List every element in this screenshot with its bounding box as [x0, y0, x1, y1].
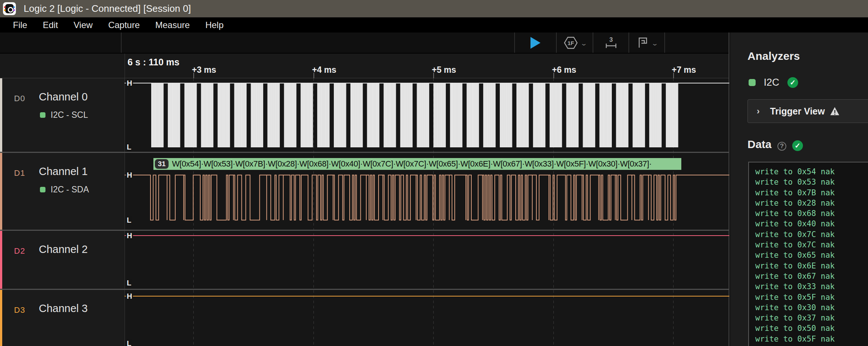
- flag-icon: [636, 36, 650, 49]
- data-terminal-row: write to 0x40 nak: [749, 219, 868, 229]
- window-title: Logic 2 [Logic - Connected] [Session 0]: [24, 3, 191, 14]
- menu-item-file[interactable]: File: [5, 17, 35, 32]
- timeline-tick-label: +3 ms: [192, 65, 216, 75]
- analyzer-dot-icon: [40, 187, 45, 192]
- timeline-tick-label: +7 ms: [672, 65, 696, 75]
- svg-text:3: 3: [609, 36, 613, 43]
- toolbar-separator: [664, 32, 665, 53]
- low-marker: L: [126, 216, 132, 224]
- high-marker: H: [126, 79, 133, 87]
- analyzer-item-i2c[interactable]: I2C ✓: [749, 77, 798, 88]
- right-sidebar: Analyzers I2C ✓ › Trigger View Data ? ✓ …: [729, 32, 868, 346]
- decode-bytes-text: W[0x54]·W[0x53]·W[0x7B]·W[0x28]·W[0x68]·…: [172, 159, 652, 169]
- data-terminal-row: write to 0x68 nak: [749, 208, 868, 219]
- data-terminal-row: write to 0x5F nak: [749, 334, 868, 344]
- channel-name[interactable]: Channel 1: [39, 165, 88, 178]
- timeline-tick-mark: [313, 73, 314, 78]
- data-terminal-row: write to 0x28 nak: [749, 198, 868, 208]
- data-terminal-row: write to 0x50 nak: [749, 323, 868, 333]
- high-marker: H: [126, 292, 133, 300]
- waveform-d3[interactable]: [125, 290, 729, 346]
- analyzer-ok-icon: ✓: [787, 77, 798, 88]
- warning-icon: [830, 107, 840, 116]
- waveform-d0[interactable]: [125, 78, 729, 152]
- timeline-ruler[interactable]: 6 s : 110 ms +3 ms+4 ms+5 ms+6 ms+7 ms: [0, 54, 729, 78]
- channel-color-strip: [0, 231, 2, 289]
- data-terminal-row: write to 0x6E nak: [749, 261, 868, 271]
- chevron-right-icon: ›: [757, 106, 760, 116]
- data-ok-icon: ✓: [792, 140, 803, 151]
- device-settings-button[interactable]: 1F ⌄: [557, 32, 593, 53]
- channel-id-label: D2: [14, 246, 25, 256]
- menu-item-capture[interactable]: Capture: [101, 17, 148, 32]
- chevron-down-icon: ⌄: [580, 40, 587, 47]
- analyzer-text: I2C - SCL: [51, 110, 88, 120]
- measurements-button[interactable]: 3: [593, 32, 628, 53]
- channel-id-label: D3: [14, 305, 25, 315]
- low-marker: L: [126, 339, 132, 346]
- data-terminal-row: write to 0x65 nak: [749, 250, 868, 260]
- channel-id-label: D1: [14, 168, 25, 178]
- timeline-cursor-label: 6 s : 110 ms: [128, 57, 179, 68]
- channel-color-strip: [0, 290, 2, 346]
- i2c-decode-bar[interactable]: 31 W[0x54]·W[0x53]·W[0x7B]·W[0x28]·W[0x6…: [153, 158, 681, 170]
- device-hexagon-icon: 1F: [563, 35, 579, 51]
- toolbar: 1F ⌄ 3 ⌄: [0, 32, 729, 54]
- high-marker: H: [126, 232, 133, 240]
- data-heading: Data: [747, 138, 772, 151]
- timeline-tick-mark: [553, 73, 554, 78]
- title-bar: Logic 2 [Logic - Connected] [Session 0]: [0, 0, 868, 17]
- data-terminal-panel[interactable]: write to 0x54 nakwrite to 0x53 nakwrite …: [748, 162, 868, 346]
- data-terminal-row: write to 0x7C nak: [749, 229, 868, 240]
- timing-marker-icon: 3: [604, 35, 618, 50]
- trigger-view-label: Trigger View: [770, 106, 825, 117]
- timeline-tick-mark: [673, 73, 674, 78]
- waveform-d2[interactable]: [125, 231, 729, 289]
- timeline-tick-mark: [193, 73, 194, 78]
- channel-analyzer-label[interactable]: I2C - SDA: [40, 185, 89, 195]
- high-marker: H: [126, 171, 133, 179]
- menu-item-edit[interactable]: Edit: [35, 17, 66, 32]
- data-terminal-row: write to 0x7B nak: [749, 188, 868, 198]
- data-terminal-row: write to 0x7C nak: [749, 240, 868, 250]
- menu-item-help[interactable]: Help: [197, 17, 231, 32]
- data-terminal-row: write to 0x33 nak: [749, 281, 868, 292]
- data-terminal-row: write to 0x54 nak: [749, 344, 868, 346]
- toolbar-separator: [121, 32, 122, 53]
- channel-analyzer-label[interactable]: I2C - SCL: [40, 110, 88, 120]
- analyzer-name: I2C: [764, 77, 779, 88]
- svg-text:1F: 1F: [567, 40, 574, 46]
- app-logo-icon: [3, 2, 16, 15]
- channel-name[interactable]: Channel 0: [39, 91, 88, 103]
- analyzer-text: I2C - SDA: [51, 185, 89, 195]
- timeline-tick-label: +5 ms: [432, 65, 456, 75]
- timeline-tick-label: +4 ms: [312, 65, 336, 75]
- chevron-down-icon: ⌄: [651, 40, 658, 47]
- logic2-window: Logic 2 [Logic - Connected] [Session 0] …: [0, 0, 868, 346]
- channel-color-strip: [0, 153, 2, 230]
- menu-item-measure[interactable]: Measure: [148, 17, 197, 32]
- data-terminal-row: write to 0x53 nak: [749, 177, 868, 187]
- timeline-tick-label: +6 ms: [552, 65, 576, 75]
- channel-name[interactable]: Channel 3: [39, 302, 88, 315]
- menu-bar: FileEditViewCaptureMeasureHelp: [0, 17, 868, 32]
- trigger-view-button[interactable]: › Trigger View: [747, 99, 868, 123]
- analyzers-heading: Analyzers: [747, 50, 800, 62]
- help-icon[interactable]: ?: [777, 142, 786, 151]
- low-marker: L: [126, 279, 132, 287]
- channel-color-strip: [0, 78, 2, 152]
- channel-name[interactable]: Channel 2: [39, 243, 88, 256]
- low-marker: L: [126, 143, 132, 151]
- analyzer-color-dot: [749, 79, 756, 86]
- data-terminal-row: write to 0x54 nak: [749, 167, 868, 177]
- data-terminal-row: write to 0x67 nak: [749, 271, 868, 281]
- timeline-tick-mark: [433, 73, 434, 78]
- decode-count-badge: 31: [155, 159, 169, 169]
- data-terminal-row: write to 0x5F nak: [749, 292, 868, 302]
- start-capture-button[interactable]: [515, 32, 556, 53]
- data-terminal-row: write to 0x30 nak: [749, 302, 868, 313]
- play-icon: [530, 37, 540, 49]
- annotations-flag-button[interactable]: ⌄: [629, 32, 664, 53]
- analyzer-dot-icon: [40, 112, 45, 118]
- menu-item-view[interactable]: View: [66, 17, 101, 32]
